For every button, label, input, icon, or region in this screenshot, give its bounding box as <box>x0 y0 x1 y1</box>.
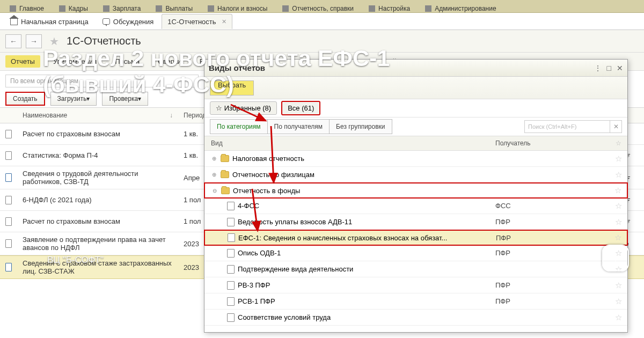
tree-label: РСВ-1 ПФР <box>238 297 275 305</box>
favorite-star-icon[interactable]: ☆ <box>609 264 627 274</box>
subtab-letters[interactable]: Письма <box>109 55 145 68</box>
tree-label: Ведомость уплаты взносов АДВ-11 <box>238 218 352 226</box>
expand-icon[interactable]: ⊕ <box>211 156 217 162</box>
dialog-titlebar: Виды отчетов ⋮ □ ✕ <box>204 60 627 77</box>
menu-settings[interactable]: Настройка <box>378 5 410 12</box>
row-name: Сведения о трудовой деятельности работни… <box>17 166 178 189</box>
document-icon <box>5 263 12 271</box>
close-icon[interactable]: ✕ <box>222 18 226 25</box>
tree-label: РВ-3 ПФР <box>238 281 270 289</box>
tree-item[interactable]: Ведомость уплаты взносов АДВ-11 ПФР ☆ <box>204 214 627 230</box>
row-name: Заявление о подтверждении права на зачет… <box>17 232 178 255</box>
tree-recipient: ПФР <box>489 297 609 305</box>
org-filter-dropdown[interactable]: По всем организациям <box>5 75 199 87</box>
favorite-star-icon[interactable]: ☆ <box>609 217 627 227</box>
document-icon <box>5 151 12 160</box>
tab-start-page[interactable]: Начальная страница <box>4 14 94 29</box>
dialog-close-icon[interactable]: ✕ <box>617 64 623 72</box>
nav-back-button[interactable]: ← <box>5 34 21 48</box>
tree-item[interactable]: ЕФС-1: Сведения о начисленных страховых … <box>204 230 628 246</box>
document-icon <box>5 239 12 248</box>
subtab-notifications[interactable]: Уведомления <box>48 55 102 68</box>
col-recipient[interactable]: Получатель <box>489 139 609 147</box>
title-bar: ← → ★ 1С-Отчетность <box>0 30 644 53</box>
tree-label: Подтверждение вида деятельности <box>238 265 353 273</box>
expand-icon[interactable]: ⊖ <box>211 187 218 194</box>
favorite-star-icon[interactable]: ☆ <box>609 154 627 164</box>
favorite-star-icon[interactable]: ☆ <box>609 281 627 290</box>
menu-admin[interactable]: Администрирование <box>435 5 496 12</box>
row-name: Статистика: Форма П-4 <box>17 148 178 163</box>
tree-label: 4-ФСС <box>238 202 259 210</box>
row-name: Расчет по страховым взносам <box>17 214 178 229</box>
menu-reports-refs[interactable]: Отчетность, справки <box>292 5 354 12</box>
tree-item[interactable]: РСВ-1 ПФР ПФР ☆ <box>204 293 627 310</box>
tab-1c-reporting[interactable]: 1С-Отчетность✕ <box>162 14 232 29</box>
document-icon <box>227 313 235 322</box>
favorite-star-icon[interactable]: ☆ <box>609 186 627 195</box>
tree-recipient: ПФР <box>489 234 609 242</box>
document-icon <box>227 265 235 274</box>
window-tabs: Начальная страница Обсуждения 1С-Отчетно… <box>0 13 644 30</box>
document-icon <box>227 297 235 306</box>
nav-forward-button[interactable]: → <box>26 34 42 48</box>
tab-discussions[interactable]: Обсуждения <box>97 14 160 29</box>
subtab-reconciliation[interactable]: Сверки <box>152 55 187 68</box>
menu-payments[interactable]: Выплаты <box>165 5 193 12</box>
row-name: Расчет по страховым взносам <box>17 127 178 141</box>
tree-recipient: ПФР <box>489 218 609 226</box>
col-favorite[interactable]: ☆ <box>609 139 627 147</box>
favorite-star-icon[interactable]: ☆ <box>609 313 627 322</box>
document-icon <box>5 173 12 182</box>
chat-icon <box>103 18 110 25</box>
tree-item[interactable]: Подтверждение вида деятельности ☆ <box>204 261 627 277</box>
menu-salary[interactable]: Зарплата <box>113 5 141 12</box>
document-icon <box>227 281 235 290</box>
page-title: 1С-Отчетность <box>67 35 141 47</box>
menu-taxes[interactable]: Налоги и взносы <box>217 5 267 12</box>
menu-main[interactable]: Главное <box>19 5 44 12</box>
tree-recipient: ПФР <box>489 281 609 289</box>
favorite-star-icon[interactable]: ☆ <box>609 233 627 243</box>
tree-recipient: ФСС <box>489 202 609 210</box>
document-icon <box>227 218 235 226</box>
tree-item[interactable]: 4-ФСС ФСС ☆ <box>204 198 627 214</box>
top-menu-bar: Главное Кадры Зарплата Выплаты Налоги и … <box>0 0 644 13</box>
menu-hr[interactable]: Кадры <box>69 5 88 12</box>
expand-icon[interactable]: ⊕ <box>211 172 217 178</box>
check-button[interactable]: Проверка ▾ <box>102 92 148 106</box>
favorite-star-icon[interactable]: ☆ <box>609 201 627 211</box>
favorite-star-icon[interactable]: ★ <box>49 35 59 48</box>
col-name[interactable]: Наименование↓ <box>17 112 178 119</box>
dialog-maximize-icon[interactable]: □ <box>607 64 611 72</box>
dialog-toolbar: Выбрать <box>204 77 627 99</box>
search-input[interactable]: Поиск (Ctrl+Alt+F) <box>524 120 610 133</box>
home-icon <box>10 18 18 25</box>
document-icon <box>228 233 235 242</box>
tree-label: Соответствие условий труда <box>238 313 331 321</box>
tree-item[interactable]: Соответствие условий труда ☆ <box>204 310 627 326</box>
favorite-star-icon[interactable]: ☆ <box>609 170 627 180</box>
document-icon <box>227 249 235 258</box>
clear-search-button[interactable]: ✕ <box>610 120 622 133</box>
select-button[interactable]: Выбрать <box>210 80 254 95</box>
favorite-star-icon[interactable]: ☆ <box>609 297 627 306</box>
tree-recipient: ПФР <box>489 249 609 257</box>
dialog-menu-icon[interactable]: ⋮ <box>594 64 602 72</box>
document-icon <box>227 202 235 210</box>
dialog-title: Виды отчетов <box>209 63 265 72</box>
favorite-star-icon[interactable]: ☆ <box>609 248 627 258</box>
document-icon <box>5 130 12 138</box>
document-icon <box>5 196 12 204</box>
tree-label: ЕФС-1: Сведения о начисленных страховых … <box>238 234 447 242</box>
tree-item[interactable]: Опись ОДВ-1 ПФР ☆ <box>204 245 627 261</box>
load-button[interactable]: Загрузить ▾ <box>50 92 97 106</box>
tree-label: Опись ОДВ-1 <box>238 249 281 257</box>
tree-item[interactable]: РВ-3 ПФР ПФР ☆ <box>204 277 627 293</box>
row-name: 6-НДФЛ (с 2021 года) <box>17 193 178 207</box>
subtab-reports[interactable]: Отчеты <box>5 55 40 68</box>
document-icon <box>5 217 12 226</box>
create-button[interactable]: Создать <box>5 92 45 106</box>
row-name: Сведения о страховом стаже застрахованны… <box>17 256 178 278</box>
